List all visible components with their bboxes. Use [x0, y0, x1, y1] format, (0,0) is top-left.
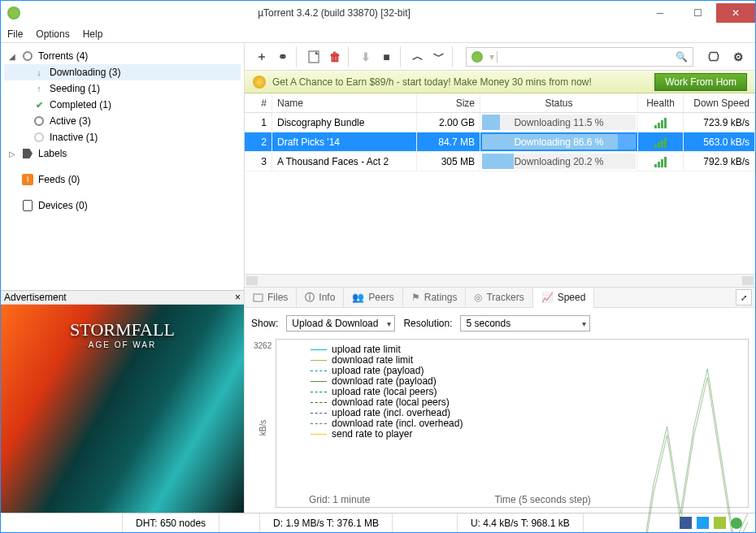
table-row[interactable]: 3A Thousand Faces - Act 2305 MBDownloadi…	[245, 152, 755, 171]
ad-header: Advertisement ×	[1, 290, 244, 305]
sidebar-item-completed[interactable]: ✔ Completed (1)	[4, 97, 241, 113]
tab-trackers[interactable]: ◎Trackers	[466, 288, 532, 307]
maximize-button[interactable]: ☐	[679, 3, 716, 23]
table-row[interactable]: 1Discography Bundle2.00 GBDownloading 11…	[245, 113, 755, 132]
minimize-button[interactable]: ─	[641, 3, 679, 23]
table-header: # Name Size Status Health Down Speed	[245, 93, 755, 113]
sidebar-item-seeding[interactable]: ↑ Seeding (1)	[4, 80, 241, 97]
remote-button[interactable]: 🖵	[703, 46, 724, 67]
show-dropdown[interactable]: Upload & Download	[286, 315, 395, 332]
search-input[interactable]	[504, 51, 676, 63]
svg-rect-0	[309, 51, 319, 63]
create-torrent-button[interactable]	[303, 46, 324, 67]
table-row[interactable]: 2Draft Picks '1484.7 MBDownloading 86.6 …	[245, 132, 755, 152]
horizontal-scrollbar[interactable]	[245, 274, 755, 287]
col-num[interactable]: #	[245, 93, 272, 112]
sidebar: ◢ Torrents (4) ↓ Downloading (3) ↑ Seedi…	[1, 43, 245, 513]
tag-icon	[23, 149, 33, 158]
collapse-icon[interactable]: ◢	[9, 52, 17, 61]
col-speed[interactable]: Down Speed	[684, 93, 755, 112]
tab-ratings[interactable]: ⚑Ratings	[403, 288, 467, 307]
rss-icon: ⌇	[22, 174, 33, 185]
status-dht: DHT: 650 nodes	[123, 514, 219, 532]
sidebar-item-inactive[interactable]: Inactive (1)	[4, 129, 241, 145]
tab-speed[interactable]: 📈Speed	[533, 288, 595, 308]
app-icon	[7, 6, 20, 20]
tab-peers[interactable]: 👥Peers	[344, 288, 402, 307]
expand-panel-button[interactable]: ⤢	[736, 289, 752, 306]
tree-feeds[interactable]: ⌇ Feeds (0)	[4, 171, 241, 188]
torrents-icon	[23, 51, 33, 61]
menubar: File Options Help	[1, 25, 755, 43]
speed-panel: Show: Upload & Download Resolution: 5 se…	[245, 308, 755, 513]
ad-banner[interactable]: STORMFALL AGE OF WAR	[1, 305, 244, 513]
col-name[interactable]: Name	[272, 93, 417, 112]
inactive-icon	[34, 132, 44, 142]
add-torrent-button[interactable]: ＋	[251, 46, 272, 67]
menu-options[interactable]: Options	[36, 28, 69, 40]
titlebar: µTorrent 3.4.2 (build 33870) [32-bit] ─ …	[1, 1, 755, 25]
sidebar-item-downloading[interactable]: ↓ Downloading (3)	[4, 64, 241, 80]
download-icon: ↓	[33, 67, 45, 78]
promo-button[interactable]: Work From Hom	[654, 73, 747, 91]
tab-info[interactable]: ⓘInfo	[297, 288, 344, 307]
svg-rect-1	[254, 294, 263, 301]
resolution-dropdown[interactable]: 5 seconds	[460, 315, 590, 332]
start-button[interactable]: ⬇	[355, 46, 376, 67]
delete-button[interactable]: 🗑	[328, 46, 349, 67]
col-health[interactable]: Health	[638, 93, 684, 112]
menu-file[interactable]: File	[7, 28, 23, 40]
promo-bar: Get A Chance to Earn $89/h - start today…	[245, 71, 755, 93]
ad-close-icon[interactable]: ×	[235, 292, 241, 303]
toolbar: ＋ ⚭ 🗑 ⬇ ■ ︿ ﹀ ▾│ 🔍 🖵 ⚙	[245, 43, 755, 71]
show-label: Show:	[251, 318, 278, 329]
menu-help[interactable]: Help	[83, 28, 103, 40]
torrent-table: # Name Size Status Health Down Speed 1Di…	[245, 93, 755, 287]
promo-text[interactable]: Get A Chance to Earn $89/h - start today…	[272, 76, 648, 88]
active-icon	[34, 116, 44, 126]
tree-torrents-root[interactable]: ◢ Torrents (4)	[4, 48, 241, 64]
check-icon: ✔	[33, 99, 45, 110]
resolution-label: Resolution:	[403, 318, 452, 329]
search-engine-icon	[471, 51, 483, 63]
expand-icon[interactable]: ▷	[9, 150, 17, 158]
tab-files[interactable]: Files	[245, 288, 297, 307]
tree-labels[interactable]: ▷ Labels	[4, 145, 241, 162]
sidebar-item-active[interactable]: Active (3)	[4, 113, 241, 129]
window-title: µTorrent 3.4.2 (build 33870) [32-bit]	[27, 7, 641, 19]
stop-button[interactable]: ■	[380, 46, 401, 67]
col-size[interactable]: Size	[417, 93, 480, 112]
upload-icon: ↑	[33, 83, 45, 94]
settings-button[interactable]: ⚙	[728, 46, 749, 67]
add-url-button[interactable]: ⚭	[276, 46, 297, 67]
move-up-button[interactable]: ︿	[407, 46, 428, 67]
coin-icon	[253, 76, 266, 89]
col-status[interactable]: Status	[480, 93, 638, 112]
tree-devices[interactable]: Devices (0)	[4, 197, 241, 214]
move-down-button[interactable]: ﹀	[432, 46, 453, 67]
detail-tabs: Files ⓘInfo 👥Peers ⚑Ratings ◎Trackers 📈S…	[245, 287, 755, 308]
tree-root-label: Torrents (4)	[38, 50, 88, 62]
speed-chart: 3262 kB/s upload rate limitdownload rate…	[276, 339, 749, 508]
close-button[interactable]: ✕	[716, 3, 755, 23]
search-icon[interactable]: 🔍	[676, 51, 688, 63]
device-icon	[23, 200, 33, 211]
search-box[interactable]: ▾│ 🔍	[466, 47, 693, 67]
